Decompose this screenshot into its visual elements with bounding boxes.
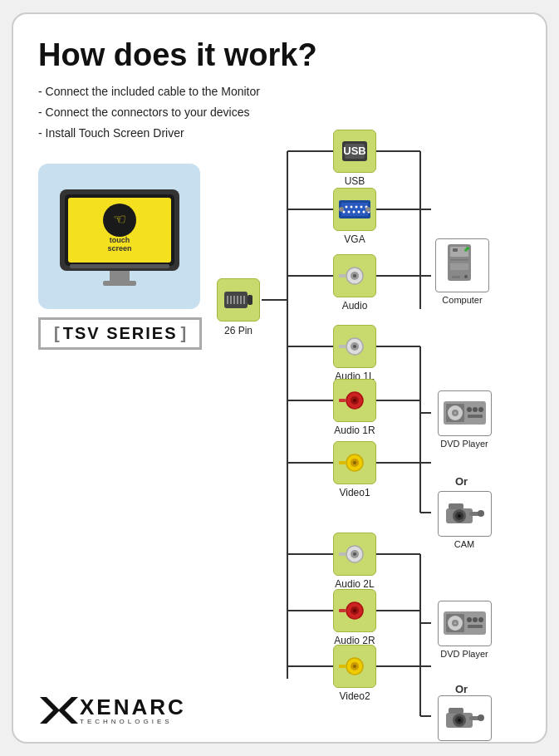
svg-point-66 xyxy=(353,211,356,214)
svg-point-131 xyxy=(473,617,478,622)
svg-rect-105 xyxy=(450,263,468,270)
svg-rect-133 xyxy=(468,625,483,628)
svg-rect-87 xyxy=(339,461,346,464)
instructions-list: Connect the included cable to the Monito… xyxy=(38,81,521,145)
main-card: How does it work? Connect the included c… xyxy=(12,12,547,744)
svg-rect-101 xyxy=(450,247,468,257)
video1-icon xyxy=(338,448,371,478)
svg-point-67 xyxy=(358,211,360,214)
svg-point-137 xyxy=(458,719,461,722)
dvd2-device: DVD Player xyxy=(431,601,498,659)
monitor-illustration: ☜ touch screen xyxy=(53,174,186,299)
svg-rect-117 xyxy=(468,415,483,418)
xenarc-logo-graphic xyxy=(38,695,80,725)
svg-point-115 xyxy=(473,407,478,412)
dvd1-icon xyxy=(442,395,488,433)
svg-point-90 xyxy=(353,552,356,556)
svg-point-121 xyxy=(458,514,461,518)
or-label-1: Or xyxy=(455,475,468,488)
video1-label: Video1 xyxy=(339,487,370,498)
svg-point-108 xyxy=(466,247,469,250)
audio1r-label: Audio 1R xyxy=(334,425,375,436)
cam1-device: CAM xyxy=(431,491,498,549)
audio-icon xyxy=(338,261,371,291)
usb-label: USB xyxy=(345,175,365,187)
svg-point-114 xyxy=(467,407,472,412)
brand-sub: TECHNOLOGIES xyxy=(80,718,186,725)
cam2-icon xyxy=(442,700,488,738)
svg-point-86 xyxy=(353,461,356,464)
svg-point-70 xyxy=(339,207,344,212)
svg-point-74 xyxy=(353,274,356,277)
svg-point-60 xyxy=(351,206,353,209)
audio-label: Audio xyxy=(342,300,368,312)
svg-point-78 xyxy=(353,345,356,348)
page-title: How does it work? xyxy=(38,37,521,73)
svg-rect-75 xyxy=(339,274,346,277)
audio1l-connector: Audio 1L xyxy=(333,325,376,382)
instruction-2: Connect the connectors to your devices xyxy=(38,102,521,123)
pin-icon xyxy=(223,285,254,315)
audio2l-icon xyxy=(338,539,371,569)
svg-point-113 xyxy=(454,411,456,414)
video2-label: Video2 xyxy=(339,690,370,702)
brand-logo: XENARC TECHNOLOGIES xyxy=(38,695,186,725)
audio1r-connector: Audio 1R xyxy=(333,379,376,436)
svg-rect-83 xyxy=(339,399,346,402)
svg-text:☜: ☜ xyxy=(113,211,126,228)
instruction-3: Install Touch Screen Driver xyxy=(38,123,521,144)
computer-device: Computer xyxy=(431,238,493,305)
svg-point-98 xyxy=(353,665,356,668)
svg-text:USB: USB xyxy=(343,145,365,157)
vga-label: VGA xyxy=(344,233,365,245)
cam2-device: CAM xyxy=(431,695,498,744)
svg-point-116 xyxy=(478,407,483,412)
svg-marker-141 xyxy=(40,697,78,724)
cam1-icon xyxy=(442,495,488,533)
svg-rect-106 xyxy=(452,276,460,278)
svg-point-123 xyxy=(478,510,484,517)
audio2l-connector: Audio 2L xyxy=(333,533,376,590)
audio1l-icon xyxy=(338,331,371,361)
brand-name: XENARC xyxy=(80,696,186,718)
video1-connector: Video1 xyxy=(333,441,376,498)
monitor-background: ☜ touch screen xyxy=(38,164,200,309)
svg-point-139 xyxy=(478,714,484,721)
svg-rect-11 xyxy=(248,295,253,305)
svg-rect-95 xyxy=(339,609,346,612)
audio1r-icon xyxy=(338,385,371,415)
audio2l-label: Audio 2L xyxy=(335,578,374,590)
svg-point-129 xyxy=(454,621,456,624)
svg-point-65 xyxy=(348,211,351,214)
usb-connector: USB USB xyxy=(333,130,376,187)
svg-rect-99 xyxy=(339,665,346,668)
svg-rect-91 xyxy=(339,552,346,556)
svg-point-59 xyxy=(346,206,348,209)
dvd1-device: DVD Player xyxy=(431,390,498,449)
computer-icon xyxy=(441,243,484,288)
svg-point-94 xyxy=(353,609,356,612)
pin-label: 26 Pin xyxy=(224,325,253,336)
svg-point-107 xyxy=(464,275,468,278)
svg-rect-102 xyxy=(453,248,458,252)
svg-rect-140 xyxy=(449,708,463,714)
audio2r-connector: Audio 2R xyxy=(333,589,376,646)
svg-point-62 xyxy=(360,206,363,209)
computer-label: Computer xyxy=(442,295,482,305)
svg-rect-124 xyxy=(449,503,463,509)
svg-rect-104 xyxy=(450,259,468,261)
svg-point-130 xyxy=(467,617,472,622)
dvd2-icon xyxy=(442,605,488,643)
instruction-1: Connect the included cable to the Monito… xyxy=(38,81,521,102)
svg-point-71 xyxy=(365,207,370,212)
or-label-2: Or xyxy=(455,683,468,695)
dvd1-label: DVD Player xyxy=(440,439,488,449)
monitor-section: ☜ touch screen [ TSV SERIES ] xyxy=(38,164,202,350)
pin-connector: 26 Pin xyxy=(217,278,260,336)
cam1-label: CAM xyxy=(454,539,474,549)
svg-text:screen: screen xyxy=(107,244,131,253)
dvd2-label: DVD Player xyxy=(440,649,488,659)
svg-rect-79 xyxy=(339,345,346,348)
audio-connector: Audio xyxy=(333,254,376,312)
video2-connector: Video2 xyxy=(333,645,376,702)
